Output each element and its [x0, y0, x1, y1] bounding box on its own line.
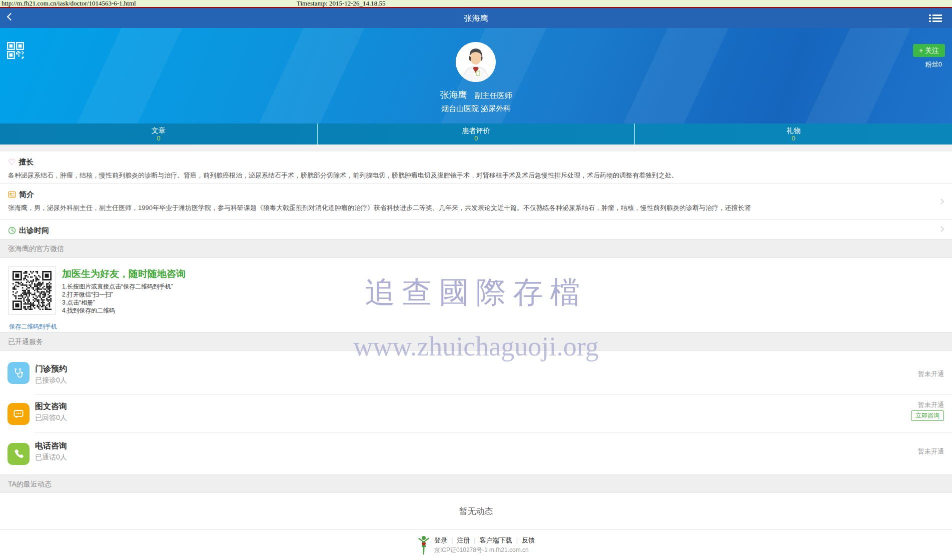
service-name: 图文咨询: [35, 402, 67, 412]
tab-gifts[interactable]: 礼物 0: [634, 124, 952, 144]
tab-count: 0: [318, 134, 635, 142]
client-download-link[interactable]: 客户端下载: [480, 536, 512, 544]
wechat-section: 保存二维码到手机 加医生为好友，随时随地咨询 1.长按图片或直接点击“保存二维码…: [0, 258, 952, 332]
doctor-name: 张海鹰: [440, 90, 467, 100]
tab-patient-reviews[interactable]: 患者评价 0: [317, 124, 635, 144]
service-appointment[interactable]: 门诊预约 已接诊0人 暂未开通: [0, 351, 952, 394]
wechat-step: 2.打开微信“扫一扫”: [62, 290, 173, 298]
page-url: http://m.fh21.com.cn/iask/doctor/1014563…: [2, 0, 136, 7]
spacer: [0, 144, 952, 152]
separator: |: [447, 536, 457, 544]
separator: |: [512, 536, 522, 544]
register-link[interactable]: 注册: [457, 536, 470, 544]
profile-card-icon: [8, 190, 16, 198]
wechat-headline: 加医生为好友，随时随地咨询: [62, 268, 186, 280]
wechat-step: 4.找到保存的二维码: [62, 306, 173, 314]
tab-count: 0: [0, 134, 317, 142]
section-specialty: ♡ 擅长 各种泌尿系结石，肿瘤，结核，慢性前列腺炎的诊断与治疗。肾癌，前列腺癌根…: [0, 152, 952, 184]
empty-activity-area: 暂无动态: [0, 493, 952, 530]
doctor-hospital: 烟台山医院 泌尿外科: [0, 104, 952, 114]
fans-count: 粉丝0: [925, 60, 942, 69]
doctor-profile-page: http://m.fh21.com.cn/iask/doctor/1014563…: [0, 0, 952, 560]
wechat-step: 1.长按图片或直接点击“保存二维码到手机”: [62, 282, 173, 290]
tab-articles[interactable]: 文章 0: [0, 124, 317, 144]
menu-list-icon[interactable]: [929, 14, 942, 22]
consult-now-button[interactable]: 立即咨询: [911, 410, 944, 421]
stethoscope-icon: [8, 362, 30, 384]
service-status: 暂未开通: [918, 447, 944, 456]
service-text-consult[interactable]: 图文咨询 已回答0人 暂未开通 立即咨询: [0, 394, 952, 433]
specialty-text: 各种泌尿系结石，肿瘤，结核，慢性前列腺炎的诊断与治疗。肾癌，前列腺癌根治，泌尿系…: [8, 170, 944, 180]
save-qr-link[interactable]: 保存二维码到手机: [9, 322, 57, 331]
wechat-qr-code[interactable]: [8, 266, 56, 314]
footer-links: 登录|注册|客户端下载|反馈: [434, 536, 535, 545]
login-link[interactable]: 登录: [434, 536, 447, 544]
separator: |: [470, 536, 479, 544]
clock-icon: [8, 226, 16, 234]
profile-hero: 张海鹰 副主任医师 烟台山医院 泌尿外科 + 关注 粉丝0: [0, 28, 952, 124]
band-official-wechat: 张海鹰的官方微信: [0, 239, 952, 258]
icp-line: 京ICP证010278号-1 m.fh21.com.cn: [434, 546, 535, 554]
tab-count: 0: [635, 134, 952, 142]
tab-label: 患者评价: [318, 126, 635, 134]
stats-tabbar: 文章 0 患者评价 0 礼物 0: [0, 124, 952, 144]
nav-title: 张海鹰: [0, 14, 952, 24]
doctor-degree: 副主任医师: [475, 91, 512, 100]
doctor-name-line: 张海鹰 副主任医师: [0, 89, 952, 101]
doctor-avatar: [456, 42, 496, 82]
section-schedule[interactable]: 出诊时间: [0, 220, 952, 239]
service-name: 门诊预约: [35, 364, 67, 374]
site-logo: [417, 536, 430, 556]
section-title: 擅长: [19, 158, 34, 167]
page-footer: 登录|注册|客户端下载|反馈 京ICP证010278号-1 m.fh21.com…: [0, 530, 952, 560]
service-stat: 已接诊0人: [35, 376, 67, 385]
wechat-step: 3.点击“相册”: [62, 298, 173, 306]
service-stat: 已回答0人: [35, 414, 67, 422]
nav-bar: 张海鹰: [0, 8, 952, 28]
chat-icon: [8, 403, 30, 425]
wechat-steps: 1.长按图片或直接点击“保存二维码到手机” 2.打开微信“扫一扫” 3.点击“相…: [62, 282, 173, 314]
band-recent-activity: TA的最近动态: [0, 474, 952, 493]
service-stat: 已通话0人: [35, 453, 67, 462]
band-services: 已开通服务: [0, 332, 952, 351]
section-intro[interactable]: 简介 张海鹰，男，泌尿外科副主任，副主任医师，1990年毕业于潍坊医学院，参与科…: [0, 184, 952, 220]
intro-text: 张海鹰，男，泌尿外科副主任，副主任医师，1990年毕业于潍坊医学院，参与科研课题…: [8, 203, 944, 213]
follow-button[interactable]: + 关注: [913, 44, 945, 57]
service-name: 电话咨询: [35, 441, 67, 452]
section-title: 出诊时间: [19, 226, 49, 236]
feedback-link[interactable]: 反馈: [522, 536, 535, 544]
tab-label: 文章: [0, 126, 317, 134]
service-phone-consult[interactable]: 电话咨询 已通话0人 暂未开通: [0, 433, 952, 474]
doctor-illustration: [456, 42, 496, 82]
tab-label: 礼物: [635, 126, 952, 134]
service-status: 暂未开通: [918, 400, 944, 410]
qr-code-icon[interactable]: [7, 42, 24, 59]
empty-activity-text: 暂无动态: [459, 506, 493, 517]
heart-icon: ♡: [8, 158, 16, 166]
phone-icon: [8, 443, 30, 465]
service-status: 暂未开通: [918, 370, 944, 378]
archive-topbar: http://m.fh21.com.cn/iask/doctor/1014563…: [0, 0, 952, 8]
archive-timestamp: Timestamp: 2015-12-26_14.18.55: [297, 0, 386, 7]
section-title: 简介: [19, 190, 34, 200]
